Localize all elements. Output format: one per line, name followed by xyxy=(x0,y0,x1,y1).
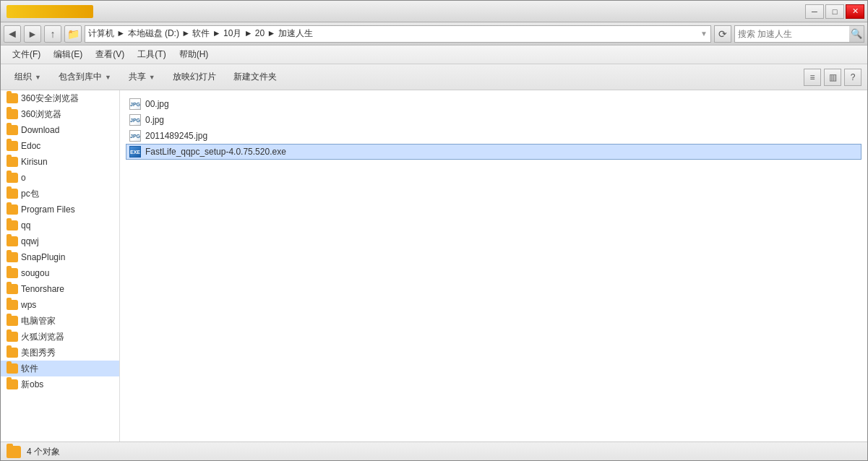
share-arrow: ▼ xyxy=(149,74,155,81)
folder-icon xyxy=(7,157,18,167)
folder-icon xyxy=(7,363,18,374)
file-item-fastlife-exe[interactable]: EXE FastLife_qqpc_setup-4.0.75.520.exe xyxy=(126,144,861,160)
folder-icon xyxy=(7,173,18,183)
folder-icon xyxy=(7,189,18,199)
sidebar-item-label: sougou xyxy=(21,268,49,278)
close-button[interactable]: ✕ xyxy=(846,4,864,19)
jpg-icon: JPG xyxy=(129,98,141,110)
folder-icon xyxy=(7,125,18,135)
help-button[interactable]: ? xyxy=(844,69,861,86)
sidebar-item-tenorshare[interactable]: Tenorshare xyxy=(1,281,119,297)
menu-edit[interactable]: 编辑(E) xyxy=(48,47,88,63)
search-bar: 🔍 xyxy=(734,25,864,43)
address-bar: ◄ ► ↑ 📁 计算机 ► 本地磁盘 (D:) ► 软件 ► 10月 ► 20 … xyxy=(1,22,867,46)
menu-help[interactable]: 帮助(H) xyxy=(173,47,215,63)
breadcrumb-text: 计算机 ► 本地磁盘 (D:) ► 软件 ► 10月 ► 20 ► 加速人生 xyxy=(88,27,313,40)
folder-icon xyxy=(7,236,18,246)
slideshow-button[interactable]: 放映幻灯片 xyxy=(165,67,224,87)
sidebar-item-pcguardian[interactable]: 电脑管家 xyxy=(1,313,119,329)
sidebar-item-sougou[interactable]: sougou xyxy=(1,265,119,281)
sidebar-item-wps[interactable]: wps xyxy=(1,297,119,313)
exe-icon: EXE xyxy=(129,146,141,158)
slideshow-label: 放映幻灯片 xyxy=(173,71,216,83)
sidebar-item-pcbao[interactable]: pc包 xyxy=(1,186,119,202)
organize-arrow: ▼ xyxy=(35,74,41,81)
sidebar-item-label: 火狐浏览器 xyxy=(21,331,64,343)
preview-icon: ▥ xyxy=(829,72,837,82)
organize-label: 组织 xyxy=(14,71,32,83)
breadcrumb-dropdown[interactable]: ▼ xyxy=(700,30,708,38)
jpg-icon: JPG xyxy=(129,130,141,142)
include-label: 包含到库中 xyxy=(59,71,102,83)
jpg-icon: JPG xyxy=(129,114,141,126)
sidebar-item-360browser[interactable]: 360浏览器 xyxy=(1,106,119,122)
organize-button[interactable]: 组织 ▼ xyxy=(7,67,49,87)
sidebar-item-label: 360安全浏览器 xyxy=(21,92,79,105)
title-bar-extra xyxy=(7,5,93,18)
sidebar-item-firefox[interactable]: 火狐浏览器 xyxy=(1,329,119,345)
sidebar-item-label: 美图秀秀 xyxy=(21,347,56,359)
search-button[interactable]: 🔍 xyxy=(849,26,864,42)
maximize-button[interactable]: □ xyxy=(825,4,844,19)
folder-icon xyxy=(7,316,18,326)
file-name: 2011489245.jpg xyxy=(145,131,207,141)
share-button[interactable]: 共享 ▼ xyxy=(121,67,163,87)
folder-icon xyxy=(7,252,18,262)
back-button[interactable]: ◄ xyxy=(4,25,21,43)
file-name: FastLife_qqpc_setup-4.0.75.520.exe xyxy=(145,147,286,157)
sidebar-item-newobs[interactable]: 新obs xyxy=(1,376,119,392)
sidebar-item-software[interactable]: 软件 xyxy=(1,361,119,376)
sidebar-item-programfiles[interactable]: Program Files xyxy=(1,202,119,217)
sidebar-item-download[interactable]: Download xyxy=(1,122,119,138)
menu-file[interactable]: 文件(F) xyxy=(7,47,46,63)
sidebar-item-o[interactable]: o xyxy=(1,170,119,186)
folder-icon xyxy=(7,93,18,103)
share-label: 共享 xyxy=(129,71,146,83)
folder-icon xyxy=(7,300,18,310)
sidebar-item-label: pc包 xyxy=(21,188,39,200)
refresh-button[interactable]: ⟳ xyxy=(714,25,731,43)
sidebar-item-label: 软件 xyxy=(21,363,38,375)
minimize-button[interactable]: ─ xyxy=(805,4,824,19)
breadcrumb[interactable]: 计算机 ► 本地磁盘 (D:) ► 软件 ► 10月 ► 20 ► 加速人生 ▼ xyxy=(85,25,711,43)
title-bar: ─ □ ✕ xyxy=(1,1,867,22)
file-name: 00.jpg xyxy=(145,99,169,109)
include-arrow: ▼ xyxy=(105,74,111,81)
menu-view[interactable]: 查看(V) xyxy=(90,47,130,63)
title-bar-buttons: ─ □ ✕ xyxy=(805,4,864,19)
status-text: 4 个对象 xyxy=(27,446,60,458)
sidebar-item-qq[interactable]: qq xyxy=(1,217,119,233)
include-library-button[interactable]: 包含到库中 ▼ xyxy=(51,67,119,87)
file-item-0jpg[interactable]: JPG 0.jpg xyxy=(126,112,861,128)
search-input[interactable] xyxy=(735,29,849,39)
main-content: 360安全浏览器 360浏览器 Download Edoc Kirisun o … xyxy=(1,90,867,441)
sidebar-item-kirisun[interactable]: Kirisun xyxy=(1,154,119,170)
sidebar-item-label: Download xyxy=(21,125,59,135)
sidebar-item-snapplugin[interactable]: SnapPlugin xyxy=(1,249,119,265)
sidebar-item-label: 电脑管家 xyxy=(21,315,56,327)
title-bar-left xyxy=(7,5,93,18)
file-item-2011jpg[interactable]: JPG 2011489245.jpg xyxy=(126,128,861,144)
forward-button[interactable]: ► xyxy=(24,25,41,43)
sidebar-item-label: Edoc xyxy=(21,141,40,151)
sidebar-item-360safe[interactable]: 360安全浏览器 xyxy=(1,90,119,106)
sidebar-item-meitu[interactable]: 美图秀秀 xyxy=(1,345,119,361)
menu-tools[interactable]: 工具(T) xyxy=(132,47,171,63)
preview-pane-button[interactable]: ▥ xyxy=(824,69,841,86)
file-item-00jpg[interactable]: JPG 00.jpg xyxy=(126,96,861,112)
up-button[interactable]: ↑ xyxy=(44,25,61,43)
view-options-button[interactable]: ≡ xyxy=(804,69,821,86)
sidebar-item-qqwj[interactable]: qqwj xyxy=(1,233,119,249)
sidebar-item-edoc[interactable]: Edoc xyxy=(1,138,119,154)
folder-icon-nav[interactable]: 📁 xyxy=(64,25,82,43)
sidebar-item-label: wps xyxy=(21,300,36,310)
folder-icon xyxy=(7,348,18,358)
sidebar-item-label: Tenorshare xyxy=(21,284,64,294)
new-folder-button[interactable]: 新建文件夹 xyxy=(225,67,285,87)
status-bar: 4 个对象 xyxy=(1,441,867,461)
folder-icon xyxy=(7,109,18,119)
folder-icon xyxy=(7,379,18,389)
view-icon: ≡ xyxy=(809,72,815,82)
sidebar-item-label: qqwj xyxy=(21,236,39,246)
sidebar-item-label: 360浏览器 xyxy=(21,108,61,121)
